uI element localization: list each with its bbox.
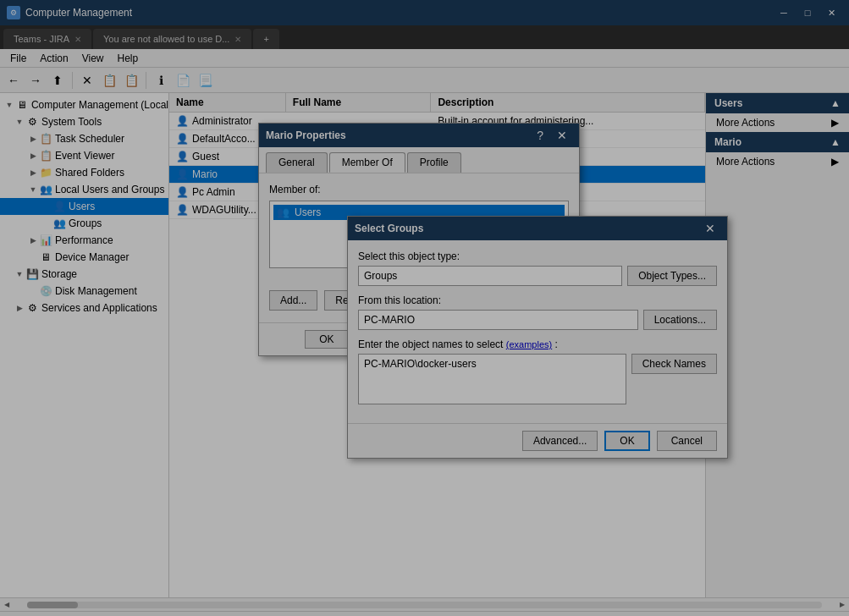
- modal-overlay: [0, 0, 849, 616]
